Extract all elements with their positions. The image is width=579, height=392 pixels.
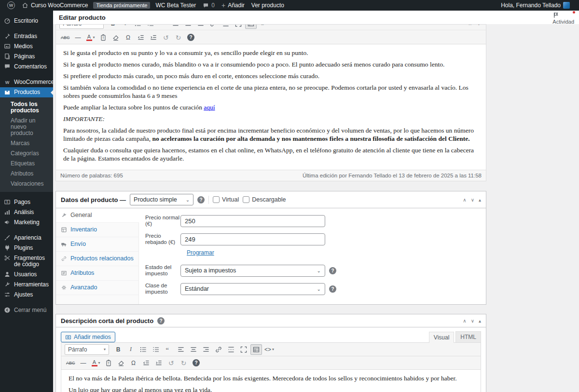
site-name-link[interactable]: Curso WooCommerce [18,0,91,11]
align-center-button[interactable] [188,344,199,355]
outdent-button[interactable] [140,358,152,368]
submenu-categorias[interactable]: Categorías [0,149,53,159]
curacion-link[interactable]: aquí [204,104,215,111]
html-tab[interactable]: HTML [455,331,481,342]
tab-avanzado[interactable]: Avanzado [56,281,138,295]
align-left-button[interactable] [170,25,181,29]
sidebar-item-ajustes[interactable]: Ajustes [0,290,53,300]
horizontal-rule-button[interactable]: — [72,32,84,43]
tab-atributos[interactable]: Atributos [56,266,138,281]
panel-move-down-button[interactable]: ∨ [471,318,474,324]
strikethrough-button[interactable]: ABC [59,32,71,43]
bullet-list-button[interactable] [132,25,144,29]
sidebar-item-usuarios[interactable]: Usuarios [0,270,53,280]
numbered-list-button[interactable] [150,344,162,355]
short-description-content[interactable]: El no va más de la Paleta ibérica de bel… [61,370,481,392]
tax-status-help-icon[interactable]: ? [329,267,336,274]
sidebar-item-plugins[interactable]: Plugins [0,243,53,253]
short-description-help-icon[interactable]: ? [157,317,165,324]
wc-beta-tester-link[interactable]: WC Beta Tester [152,0,199,11]
sidebar-item-marketing[interactable]: Marketing [0,217,53,228]
panel-move-down-button[interactable]: ∨ [471,197,474,203]
comments-link[interactable]: 0 [199,0,218,11]
blockquote-button[interactable]: “ [157,25,169,29]
new-content-link[interactable]: + Añadir [218,0,248,11]
paragraph-format-select[interactable]: Párrafo▾ [65,344,109,355]
align-center-button[interactable] [182,25,194,29]
blockquote-button[interactable]: “ [163,344,174,355]
sidebar-item-herramientas[interactable]: Herramientas [0,280,53,290]
italic-button[interactable]: I [125,344,137,355]
paste-as-text-button[interactable]: T [103,358,114,368]
tax-status-select[interactable]: Sujeto a impuestos ⌄ [180,265,325,277]
indent-button[interactable] [153,358,165,368]
product-type-help-icon[interactable]: ? [197,196,205,203]
special-character-button[interactable]: Ω [128,358,139,368]
help-button[interactable]: ? [191,358,202,368]
outdent-button[interactable] [135,32,147,43]
bullet-list-button[interactable] [138,344,149,355]
text-color-button[interactable]: A▾ [85,32,96,43]
clear-formatting-button[interactable] [110,32,122,43]
strikethrough-button[interactable]: ABC [65,358,77,368]
sidebar-item-pagos[interactable]: $ Pagos [0,197,53,207]
special-character-button[interactable]: Ω [123,32,134,43]
undo-button[interactable]: ↺ [160,32,172,43]
panel-toggle-button[interactable]: ▴ [479,318,481,324]
shortcode-button[interactable]: <>▾ [263,344,276,355]
text-color-button[interactable]: A▾ [90,358,102,368]
help-button[interactable]: ? [185,32,197,43]
submenu-marcas[interactable]: Marcas [0,138,53,149]
more-tag-button[interactable] [225,344,237,355]
horizontal-rule-button[interactable]: — [78,358,89,368]
clear-formatting-button[interactable] [115,358,127,368]
main-description-content[interactable]: Si le gusta el producto en su punto y lo… [56,44,486,170]
shortcode-button[interactable]: <>▾ [258,25,270,29]
kitchen-sink-button[interactable] [250,344,262,355]
submenu-atributos[interactable]: Atributos [0,169,53,179]
schedule-link[interactable]: Programar [187,249,214,256]
italic-button[interactable]: I [120,25,131,29]
panel-move-up-button[interactable]: ∧ [463,318,466,324]
sidebar-item-entradas[interactable]: Entradas [0,31,53,41]
fullscreen-button[interactable] [233,25,244,29]
kitchen-sink-button[interactable] [245,25,257,29]
panel-move-up-button[interactable]: ∧ [463,197,466,203]
tab-productos-relacionados[interactable]: Productos relacionados [56,252,138,266]
submenu-etiquetas[interactable]: Etiquetas [0,159,53,169]
virtual-checkbox[interactable] [213,196,220,203]
paste-as-text-button[interactable]: T [97,32,109,43]
align-right-button[interactable] [195,25,207,29]
visual-tab[interactable]: Visual [429,332,454,343]
indent-button[interactable] [148,32,159,43]
tab-inventario[interactable]: Inventario [56,223,138,237]
sidebar-item-productos[interactable]: Productos [0,87,53,97]
sidebar-item-comentarios[interactable]: Comentarios [0,62,53,72]
more-tag-button[interactable] [220,25,232,29]
sale-price-input[interactable] [180,233,325,245]
sidebar-item-analisis[interactable]: Análisis [0,207,53,217]
sidebar-item-woocommerce[interactable]: W WooCommerce [0,77,53,87]
tax-class-help-icon[interactable]: ? [329,285,336,293]
regular-price-input[interactable] [180,215,325,227]
align-left-button[interactable] [175,344,187,355]
tab-general[interactable]: General [56,208,139,223]
account-menu[interactable]: Hola, Fernando Tellado [497,0,573,11]
fullscreen-button[interactable] [238,344,249,355]
sidebar-collapse-menu[interactable]: Cerrar menú [0,305,53,315]
wordpress-logo-menu[interactable]: W [4,0,18,11]
link-button[interactable] [207,25,219,29]
tab-envio[interactable]: Envío [56,237,138,252]
submenu-valoraciones[interactable]: Valoraciones [0,179,53,189]
sidebar-item-fragmentos[interactable]: Fragmentos de código [0,253,53,270]
bold-button[interactable]: B [112,344,124,355]
tax-class-select[interactable]: Estándar ⌄ [180,283,325,295]
submenu-anadir-producto[interactable]: Añadir un nuevo producto [0,116,53,138]
redo-button[interactable]: ↻ [178,358,190,368]
add-media-button[interactable]: Añadir medios [61,332,115,342]
undo-button[interactable]: ↺ [165,358,177,368]
downloadable-checkbox[interactable] [243,196,249,203]
product-type-select[interactable]: Producto simple ⌄ [130,194,193,205]
paragraph-format-select[interactable]: Párrafo▾ [59,25,104,29]
sidebar-item-medios[interactable]: Medios [0,41,53,52]
